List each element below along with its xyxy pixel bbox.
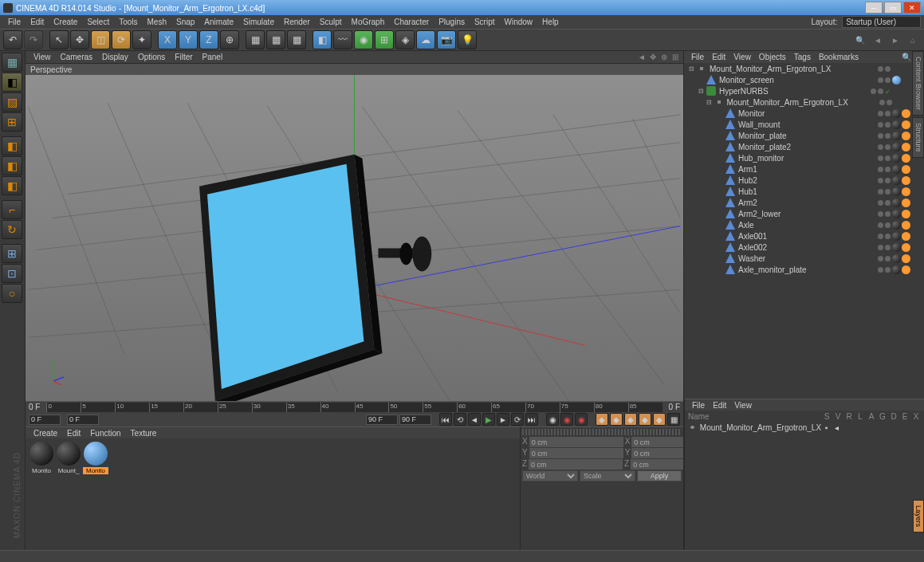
tree-label[interactable]: Axle001 (737, 232, 844, 241)
menu-create[interactable]: Create (49, 18, 82, 26)
x-axis-lock[interactable]: X (158, 30, 177, 49)
mat-menu-edit[interactable]: Edit (62, 429, 85, 438)
obj-menu-objects[interactable]: Objects (755, 53, 790, 61)
tree-row[interactable]: ⊟Mount_Monitor_Arm_Ergotron_LX (684, 63, 924, 74)
menu-file[interactable]: File (3, 18, 26, 26)
tree-expand-icon[interactable] (716, 198, 724, 206)
tree-label[interactable]: Wall_mount (737, 120, 844, 129)
axis-mode[interactable]: ⌐ (2, 200, 22, 219)
material-item[interactable]: Monito (83, 442, 108, 474)
array-primitive[interactable]: ⊞ (375, 30, 394, 49)
coord-world-select[interactable]: World (522, 470, 578, 481)
quantize[interactable]: ○ (2, 284, 22, 303)
visibility-dots[interactable] (844, 222, 892, 228)
obj-menu-tags[interactable]: Tags (790, 53, 815, 61)
material-tags[interactable] (892, 198, 924, 207)
key-scale-button[interactable]: ◆ (610, 413, 623, 426)
render-settings[interactable]: ▦ (287, 30, 306, 49)
render-region[interactable]: ▦ (266, 30, 285, 49)
coord-apply-button[interactable]: Apply (637, 470, 682, 481)
tree-expand-icon[interactable] (716, 165, 724, 173)
tree-row[interactable]: Hub2 (684, 175, 924, 186)
tree-label[interactable]: Arm2 (737, 198, 844, 207)
tree-label[interactable]: HyperNURBS (718, 87, 844, 96)
rotate-tool[interactable]: ⟳ (112, 30, 131, 49)
menu-simulate[interactable]: Simulate (238, 18, 279, 26)
tree-expand-icon[interactable] (716, 243, 724, 251)
tree-label[interactable]: Mount_Monitor_Arm_Ergotron_LX (708, 65, 844, 73)
tree-row[interactable]: Monitor_plate (684, 130, 924, 141)
key-param-button[interactable]: ◆ (639, 413, 651, 426)
snap-toggle[interactable]: ⊞ (2, 244, 22, 263)
menu-plugins[interactable]: Plugins (434, 18, 470, 26)
tree-row[interactable]: ⊟Mount_Monitor_Arm_Ergotron_LX (684, 96, 924, 108)
menu-script[interactable]: Script (470, 18, 500, 26)
autokey-button[interactable]: ◉ (560, 413, 573, 426)
spline-primitive[interactable]: 〰 (333, 30, 352, 49)
visibility-dots[interactable] (844, 256, 892, 261)
tree-expand-icon[interactable] (716, 143, 724, 151)
environment[interactable]: ☁ (416, 30, 435, 49)
tree-row[interactable]: Axle_monitor_plate (684, 264, 924, 275)
tree-expand-icon[interactable] (716, 120, 724, 128)
tree-label[interactable]: Hub2 (737, 176, 844, 185)
tree-label[interactable]: Washer (737, 254, 844, 263)
vp-menu-cameras[interactable]: Cameras (56, 53, 98, 61)
tree-row[interactable]: Hub1 (684, 186, 924, 197)
key-pla-button[interactable]: ◆ (653, 413, 666, 426)
vp-menu-filter[interactable]: Filter (170, 53, 197, 61)
menu-animate[interactable]: Animate (199, 18, 238, 26)
tree-expand-icon[interactable] (716, 232, 724, 240)
history-home-icon[interactable]: ⌂ (905, 32, 921, 48)
vp-layout-icon[interactable]: ⊞ (670, 53, 680, 62)
material-tags[interactable] (892, 187, 924, 196)
light[interactable]: 💡 (458, 30, 477, 49)
tree-expand-icon[interactable] (716, 265, 724, 273)
visibility-dots[interactable] (844, 267, 892, 273)
tree-expand-icon[interactable]: ⊟ (697, 87, 705, 95)
tree-expand-icon[interactable] (716, 176, 724, 184)
make-editable[interactable]: ▦ (2, 53, 22, 72)
tree-expand-icon[interactable] (697, 76, 705, 84)
menu-window[interactable]: Window (500, 18, 538, 26)
time-current-field[interactable] (67, 415, 99, 425)
tree-row[interactable]: Axle001 (684, 230, 924, 242)
menu-snap[interactable]: Snap (171, 18, 199, 26)
tree-label[interactable]: Monitor (737, 109, 844, 118)
tree-row[interactable]: Arm2 (684, 197, 924, 208)
vp-menu-display[interactable]: Display (97, 53, 133, 61)
polygon-mode[interactable]: ◧ (2, 176, 22, 195)
minimize-button[interactable]: ─ (865, 2, 883, 14)
material-item[interactable]: Mount_ (56, 442, 81, 474)
tree-expand-icon[interactable] (716, 254, 724, 262)
tree-label[interactable]: Mount_Monitor_Arm_Ergotron_LX (725, 98, 848, 107)
obj-menu-view[interactable]: View (729, 53, 755, 61)
tree-label[interactable]: Axle002 (737, 243, 844, 252)
visibility-dots[interactable] (844, 111, 892, 116)
time-range-a-field[interactable] (366, 415, 398, 425)
point-mode[interactable]: ◧ (2, 136, 22, 155)
visibility-dots[interactable]: ✓ (844, 88, 892, 94)
key-rot-button[interactable]: ◆ (624, 413, 637, 426)
layout-select[interactable]: Startup (User) (842, 16, 921, 28)
time-range-b-field[interactable] (399, 415, 431, 425)
vp-zoom-icon[interactable]: ⊕ (659, 53, 669, 62)
coord-field[interactable] (529, 448, 623, 458)
coord-field[interactable] (529, 437, 623, 447)
obj-search-icon[interactable]: 🔍 (902, 53, 911, 62)
mat-menu-texture[interactable]: Texture (126, 429, 162, 438)
menu-character[interactable]: Character (389, 18, 434, 26)
visibility-dots[interactable] (844, 200, 892, 206)
visibility-dots[interactable] (844, 77, 892, 83)
goto-start-button[interactable]: ⏮ (439, 413, 452, 426)
move-tool[interactable]: ✥ (70, 30, 89, 49)
attr-menu-view[interactable]: View (730, 401, 756, 410)
tree-expand-icon[interactable] (716, 154, 724, 162)
y-axis-lock[interactable]: Y (179, 30, 198, 49)
material-tags[interactable] (892, 265, 924, 274)
vp-pan-icon[interactable]: ✥ (648, 53, 658, 62)
material-tags[interactable] (892, 254, 924, 263)
tree-expand-icon[interactable] (716, 187, 724, 195)
visibility-dots[interactable] (848, 100, 894, 105)
material-tags[interactable] (892, 210, 924, 218)
